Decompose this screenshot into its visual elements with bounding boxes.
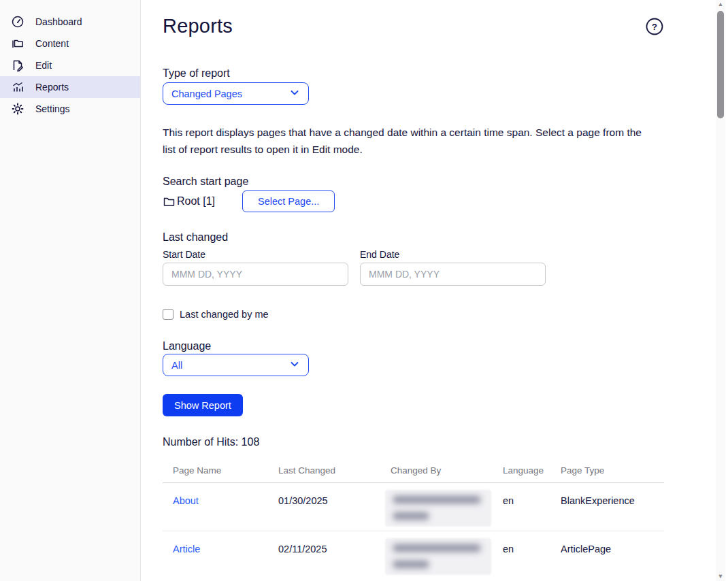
changed-by-redacted (385, 490, 491, 527)
content-folder-icon (11, 37, 24, 50)
number-of-hits: Number of Hits: 108 (163, 436, 664, 448)
end-date-label: End Date (360, 249, 546, 260)
sidebar: Dashboard Content Edit (0, 0, 141, 581)
folder-icon (163, 195, 176, 208)
page-name-link[interactable]: About (173, 495, 199, 506)
scrollbar-up-arrow[interactable]: ▲ (716, 1, 725, 7)
page-type-cell: BlankExperience (561, 495, 664, 531)
settings-gear-icon (11, 102, 24, 116)
start-date-label: Start Date (163, 249, 348, 260)
reports-chart-icon (11, 80, 24, 94)
column-header-changed-by: Changed By (391, 465, 503, 476)
show-report-button[interactable]: Show Report (163, 394, 243, 416)
svg-text:?: ? (652, 22, 657, 32)
edit-pencil-icon (11, 59, 24, 72)
scrollbar-down-arrow[interactable]: ▼ (716, 573, 725, 580)
last-changed-by-me-checkbox[interactable] (163, 309, 173, 320)
column-header-page-type: Page Type (561, 465, 664, 476)
main-content: Reports ? Type of report Changed Pages T… (141, 0, 728, 581)
page-name-link[interactable]: Article (173, 544, 200, 554)
report-description: This report displays pages that have a c… (163, 124, 652, 158)
table-row: About 01/30/2025 en BlankExperience (163, 483, 664, 531)
chevron-down-icon (289, 87, 300, 100)
sidebar-item-label: Settings (35, 103, 70, 114)
sidebar-item-edit[interactable]: Edit (0, 54, 140, 76)
sidebar-item-settings[interactable]: Settings (0, 98, 140, 120)
root-page-value: Root [1] (163, 195, 215, 208)
language-cell: en (503, 544, 561, 580)
language-dropdown[interactable]: All (163, 354, 309, 376)
language-value: All (171, 360, 182, 371)
changed-by-redacted (385, 538, 491, 575)
column-header-last-changed: Last Changed (278, 465, 391, 476)
last-changed-by-me-label: Last changed by me (180, 309, 269, 320)
page-type-cell: ArticlePage (561, 544, 664, 580)
start-date-input[interactable] (163, 263, 348, 286)
sidebar-item-label: Content (35, 38, 69, 49)
column-header-language: Language (503, 465, 561, 476)
sidebar-item-label: Dashboard (35, 16, 82, 27)
dashboard-gauge-icon (11, 15, 24, 29)
last-changed-cell: 01/30/2025 (278, 495, 391, 531)
table-header-row: Page Name Last Changed Changed By Langua… (163, 465, 664, 483)
scrollbar-track[interactable]: ▲ ▼ (716, 0, 725, 581)
language-cell: en (503, 495, 561, 531)
type-of-report-dropdown[interactable]: Changed Pages (163, 82, 309, 105)
column-header-page-name: Page Name (163, 465, 278, 476)
type-of-report-value: Changed Pages (171, 88, 242, 99)
chevron-down-icon (289, 359, 300, 371)
app-window: Dashboard Content Edit (0, 0, 728, 581)
sidebar-item-label: Edit (35, 60, 52, 71)
last-changed-cell: 02/11/2025 (278, 544, 391, 580)
end-date-input[interactable] (360, 263, 546, 286)
page-title: Reports (163, 15, 233, 37)
sidebar-item-reports[interactable]: Reports (0, 76, 140, 98)
type-of-report-label: Type of report (163, 67, 664, 80)
last-changed-label: Last changed (163, 231, 664, 244)
select-page-button[interactable]: Select Page... (242, 190, 335, 212)
sidebar-item-dashboard[interactable]: Dashboard (0, 11, 140, 33)
sidebar-item-label: Reports (35, 82, 69, 93)
results-table: Page Name Last Changed Changed By Langua… (163, 465, 664, 580)
search-start-page-label: Search start page (163, 176, 664, 188)
scrollbar-thumb[interactable] (717, 11, 724, 118)
help-circle-icon[interactable]: ? (645, 17, 664, 39)
language-label: Language (163, 340, 664, 352)
table-row: Article 02/11/2025 en ArticlePage (163, 531, 664, 580)
sidebar-item-content[interactable]: Content (0, 33, 140, 54)
